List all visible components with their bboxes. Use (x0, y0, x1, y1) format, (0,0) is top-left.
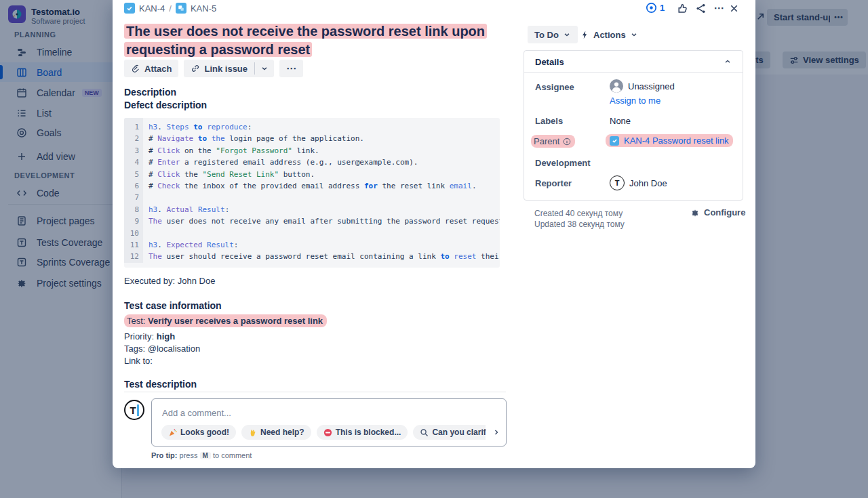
issue-toolbar: Attach Link issue ⋯ (124, 60, 303, 77)
parent-value[interactable]: KAN-4 Password reset link (606, 134, 733, 147)
modal-more-button[interactable]: ⋯ (712, 2, 726, 14)
link-issue-split-button: Link issue (184, 60, 274, 77)
code-line: 6# Check the inbox of the provided email… (124, 180, 500, 192)
quick-reply-pill[interactable]: Can you clarify...? (413, 425, 486, 440)
code-line: 5# Click the "Send Reset Link" button. (124, 169, 500, 180)
created-timestamp: Created 40 секунд тому (534, 209, 623, 218)
assignee-label: Assignee (535, 82, 574, 92)
code-line: 1h3. Steps to reproduce: (124, 118, 500, 133)
thumbs-up-icon (679, 4, 686, 12)
details-panel: Details Assignee Unassigned Assign to me… (524, 50, 743, 201)
development-label: Development (535, 158, 591, 168)
close-button[interactable] (727, 2, 741, 14)
parent-label: Parent (531, 135, 575, 148)
code-line: 8h3. Actual Result: (124, 204, 500, 215)
quick-replies-scroll-right[interactable] (492, 427, 500, 439)
chevron-down-icon (260, 64, 269, 72)
reporter-avatar: T (610, 175, 625, 190)
code-line: 12The user should receive a password res… (124, 251, 500, 262)
link-icon (191, 64, 200, 73)
chevron-down-icon (630, 30, 638, 39)
issue-modal: KAN-4 / KAN-5 1 ⋯ The user does not rece… (113, 0, 755, 468)
labels-label: Labels (535, 116, 563, 126)
code-block-lines: 1h3. Steps to reproduce:2# Navigate to t… (124, 118, 500, 263)
more-dots-icon: ⋯ (714, 2, 724, 14)
lightning-icon (580, 30, 589, 39)
labels-value[interactable]: None (610, 116, 631, 126)
breadcrumb-parent-link[interactable]: KAN-4 (139, 3, 165, 14)
share-icon (695, 3, 707, 14)
test-name-row: Test: Verify user receives a password re… (124, 316, 327, 326)
parent-issue-type-icon (124, 3, 135, 14)
details-panel-header[interactable]: Details (524, 51, 743, 73)
test-description-heading: Test description (124, 379, 197, 390)
issue-title[interactable]: The user does not receive the password r… (124, 22, 494, 59)
toolbar-more-button[interactable]: ⋯ (279, 60, 303, 77)
party-icon (168, 428, 177, 437)
quick-replies: Looks good!Need help?This is blocked...C… (161, 425, 486, 441)
gear-icon (690, 208, 700, 217)
quick-reply-pill[interactable]: This is blocked... (317, 425, 408, 440)
assignee-value[interactable]: Unassigned (610, 79, 675, 93)
link-issue-dropdown[interactable] (255, 60, 274, 77)
code-line: 3# Click on the "Forgot Password" link. (124, 145, 500, 157)
reporter-value: T John Doe (610, 175, 667, 190)
executed-by: Executed by: John Doe (124, 276, 215, 286)
assign-to-me-link[interactable]: Assign to me (610, 96, 660, 106)
divider (124, 392, 506, 392)
configure-button[interactable]: Configure (690, 207, 745, 217)
description-label: Description (124, 87, 176, 98)
person-icon (610, 79, 623, 93)
chevron-down-icon (563, 30, 571, 39)
chevron-right-icon (492, 428, 500, 436)
code-line: 4# Enter a registered email address (e.g… (124, 157, 500, 168)
code-block: 1h3. Steps to reproduce:2# Navigate to t… (124, 118, 500, 268)
tags-row: Tags: @localisation (124, 344, 200, 354)
wave-icon (248, 428, 257, 437)
breadcrumb-current-link[interactable]: KAN-5 (191, 3, 216, 14)
pro-tip: Pro tip: press M to comment (151, 451, 252, 459)
blocked-icon (323, 428, 332, 437)
code-line: 11h3. Expected Result: (124, 239, 500, 251)
close-icon (729, 3, 739, 14)
test-case-heading: Test case information (124, 300, 222, 311)
quick-reply-pill[interactable]: Looks good! (161, 425, 236, 440)
attach-button[interactable]: Attach (124, 60, 178, 77)
comment-box: Add a comment... Looks good!Need help?Th… (151, 398, 507, 447)
priority-row: Priority: high (124, 331, 175, 341)
code-line: 10 (124, 228, 500, 239)
subtask-issue-type-icon (176, 3, 186, 14)
chevron-up-icon (724, 58, 732, 66)
code-line: 7 (124, 192, 500, 203)
comment-input[interactable]: Add a comment... (162, 408, 231, 418)
share-button[interactable] (694, 2, 707, 14)
actions-dropdown[interactable]: Actions (576, 26, 642, 43)
current-user-avatar: T (124, 400, 144, 420)
magnifier-icon (420, 428, 429, 437)
updated-timestamp: Updated 38 секунд тому (534, 220, 625, 229)
reporter-label: Reporter (535, 178, 572, 188)
code-line: 2# Navigate to the login page of the app… (124, 133, 500, 144)
info-icon (563, 138, 571, 146)
task-type-icon (610, 136, 619, 146)
breadcrumb: KAN-4 / KAN-5 (124, 3, 216, 14)
paperclip-icon (131, 64, 140, 73)
link-to-row: Link to: (124, 356, 153, 366)
quick-reply-pill[interactable]: Need help? (241, 425, 311, 440)
defect-description-heading: Defect description (124, 100, 207, 110)
like-button[interactable] (675, 2, 689, 14)
status-dropdown[interactable]: To Do (528, 26, 578, 43)
watchers-button[interactable]: 1 (646, 2, 665, 14)
app-root: Start stand-up ••• Insights View setting… (0, 0, 868, 498)
code-line: 9The user does not receive any email aft… (124, 215, 500, 227)
keyboard-shortcut-m: M (200, 452, 211, 459)
eye-icon (646, 2, 657, 14)
link-issue-button[interactable]: Link issue (184, 60, 254, 77)
watchers-count: 1 (660, 3, 665, 13)
